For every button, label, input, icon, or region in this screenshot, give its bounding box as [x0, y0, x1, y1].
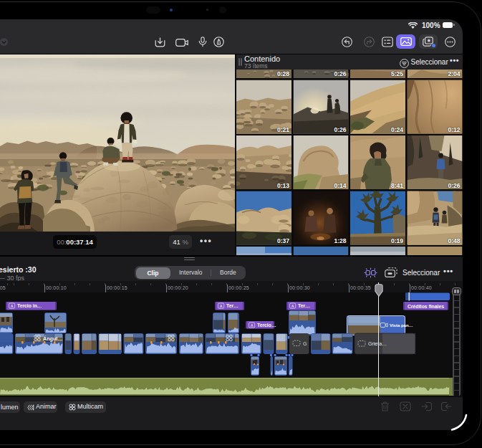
svg-text:Tercio…: Tercio… [257, 323, 276, 328]
svg-text:A: A [291, 304, 294, 308]
svg-text:Créditos finales: Créditos finales [408, 304, 444, 309]
svg-text:Ter…: Ter… [226, 303, 238, 308]
svg-text:A: A [11, 304, 14, 308]
svg-text:Ter…: Ter… [298, 303, 310, 308]
svg-text:Tercio in…: Tercio in… [17, 303, 42, 308]
svg-text:Vista pan…: Vista pan… [390, 323, 413, 328]
svg-text:A: A [251, 323, 254, 328]
svg-text:A: A [220, 304, 223, 308]
svg-text:G: G [303, 341, 307, 346]
svg-text:Ángul…: Ángul… [43, 335, 63, 342]
